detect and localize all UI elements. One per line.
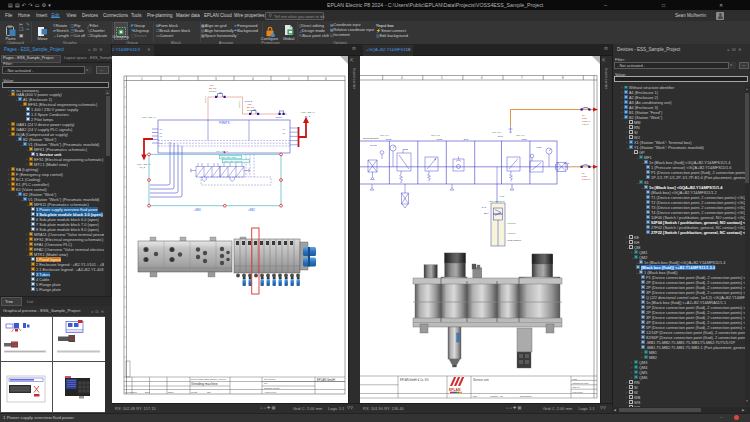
svg-text:+MFS1.2: +MFS1.2 bbox=[507, 222, 517, 224]
svg-text:GQA+B2.Y1&M: GQA+B2.Y1&M bbox=[221, 156, 237, 158]
svg-text:Name: Name bbox=[168, 391, 175, 393]
svg-text:5 bar: 5 bar bbox=[582, 175, 587, 177]
svg-text:NW9.5: NW9.5 bbox=[204, 95, 207, 103]
svg-text:Abluft drosseln: Abluft drosseln bbox=[507, 239, 522, 241]
svg-text:GQA1.1: GQA1.1 bbox=[380, 134, 389, 137]
svg-text:Date: Date bbox=[145, 391, 150, 393]
svg-text:schematiki01: schematiki01 bbox=[520, 395, 533, 397]
svg-text:NW9.5: NW9.5 bbox=[238, 100, 241, 108]
svg-text:10 bar: 10 bar bbox=[370, 144, 377, 147]
svg-text:Approved by: Approved by bbox=[264, 391, 277, 393]
svg-text:-W_2: -W_2 bbox=[304, 115, 310, 118]
svg-text:EPLAN GmbH & Co. KG: EPLAN GmbH & Co. KG bbox=[400, 378, 428, 382]
svg-text:6 bar: 6 bar bbox=[536, 146, 542, 149]
svg-text:Zuluft sperrbar: Zuluft sperrbar bbox=[363, 137, 379, 140]
svg-text:-QM4: -QM4 bbox=[497, 135, 504, 138]
svg-text:Kranz-w: Kranz-w bbox=[582, 178, 590, 180]
svg-text:5 bar: 5 bar bbox=[582, 117, 587, 119]
svg-text:-RN2: -RN2 bbox=[521, 138, 527, 141]
svg-text:BP1: BP1 bbox=[484, 212, 489, 215]
svg-text:+MB1: +MB1 bbox=[194, 208, 201, 212]
svg-text:GQA1.5: GQA1.5 bbox=[492, 131, 501, 134]
svg-text:Drawing number: Drawing number bbox=[264, 387, 280, 389]
svg-text:1/1/2023: 1/1/2023 bbox=[490, 395, 499, 397]
svg-text:Standard for page: Standard for page bbox=[573, 382, 590, 384]
svg-text:Service unit: Service unit bbox=[473, 378, 489, 382]
svg-text:+GQA&EFS1.2: +GQA&EFS1.2 bbox=[488, 200, 505, 203]
svg-text:NW2.5: NW2.5 bbox=[209, 90, 217, 93]
svg-text:-QM0A: -QM0A bbox=[275, 116, 283, 119]
svg-text:1.26 m: 1.26 m bbox=[582, 123, 589, 125]
svg-text:ON: ON bbox=[207, 391, 211, 393]
svg-text:-QM2: -QM2 bbox=[385, 138, 392, 141]
svg-text:Kranz-w: Kranz-w bbox=[582, 120, 590, 122]
svg-text:NW2.5: NW2.5 bbox=[247, 109, 255, 112]
svg-text:+GQA+B2.Y1: +GQA+B2.Y1 bbox=[300, 111, 315, 114]
svg-text:Modification: Modification bbox=[125, 391, 137, 393]
svg-text:-SL1: -SL1 bbox=[463, 138, 469, 141]
svg-text:Job number: Job number bbox=[264, 378, 276, 380]
svg-text:-RA2: -RA2 bbox=[481, 206, 487, 208]
svg-text:GQA+B2.Y1: GQA+B2.Y1 bbox=[216, 150, 229, 152]
svg-text:+MB2: +MB2 bbox=[248, 208, 255, 212]
svg-text:EPLAN: EPLAN bbox=[449, 388, 461, 392]
svg-text:Mario Tinoil: Mario Tinoil bbox=[573, 391, 584, 393]
svg-text:-W_2: -W_2 bbox=[139, 166, 145, 169]
svg-text:GQA1.3: GQA1.3 bbox=[431, 134, 440, 137]
svg-text:-QM3: -QM3 bbox=[436, 138, 443, 141]
svg-text:Grinding machine: Grinding machine bbox=[191, 382, 218, 386]
svg-text:wer: wer bbox=[264, 382, 268, 384]
svg-text:+GQA+B2.Y1: +GQA+B2.Y1 bbox=[141, 116, 156, 119]
svg-text:Date 1s: Date 1s bbox=[573, 386, 580, 388]
svg-text:GQA+B2.Y1&MFS: GQA+B2.Y1&MFS bbox=[224, 160, 243, 162]
svg-text:P8MTS: P8MTS bbox=[219, 121, 230, 125]
svg-text:GQA1.6: GQA1.6 bbox=[516, 134, 525, 137]
svg-text:EPLAN GmbH: EPLAN GmbH bbox=[317, 378, 335, 382]
svg-text:+MFS1.8: +MFS1.8 bbox=[507, 232, 517, 234]
svg-text:Create: Create bbox=[191, 391, 198, 393]
svg-text:-KL2: -KL2 bbox=[499, 195, 505, 198]
